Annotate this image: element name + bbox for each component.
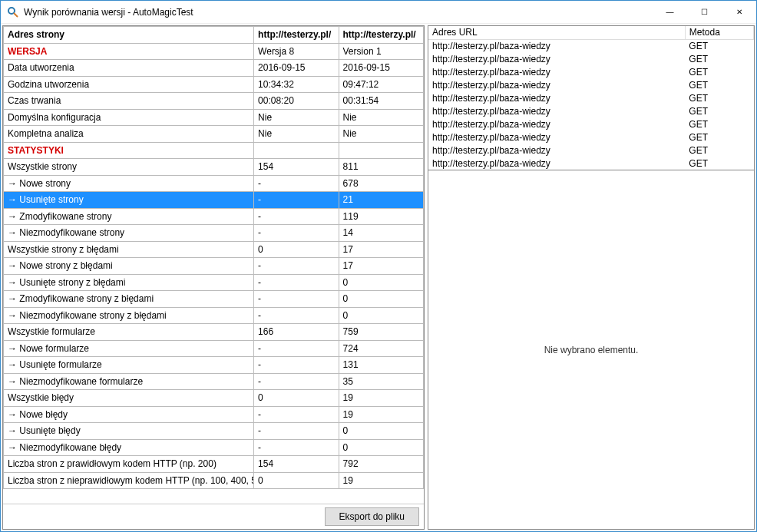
row-value-1: - (254, 175, 339, 192)
comparison-header-col2[interactable]: http://testerzy.pl/ (339, 27, 423, 44)
row-label: → Niezmodyfikowane błędy (4, 439, 254, 456)
details-grid-scroll[interactable]: Adres URL Metoda http://testerzy.pl/baza… (428, 26, 754, 170)
table-row[interactable]: → Usunięte strony-21 (4, 192, 424, 209)
table-row[interactable]: → Usunięte strony z błędami-0 (4, 274, 424, 291)
details-method: GET (685, 157, 753, 170)
row-label: → Usunięte formularze (4, 357, 254, 374)
details-url: http://testerzy.pl/baza-wiedzy (428, 104, 685, 117)
row-value-2: 724 (339, 340, 423, 357)
row-label: Wszystkie błędy (4, 390, 254, 407)
row-value-2: Version 1 (339, 43, 423, 60)
table-row[interactable]: Wszystkie formularze166759 (4, 324, 424, 341)
row-label: → Niezmodyfikowane strony z błędami (4, 307, 254, 324)
details-row[interactable]: http://testerzy.pl/baza-wiedzyGET (428, 117, 754, 131)
close-button[interactable]: ✕ (722, 1, 756, 23)
details-url: http://testerzy.pl/baza-wiedzy (428, 144, 685, 157)
row-value-2: 17 (339, 258, 423, 275)
export-button[interactable]: Eksport do pliku (325, 507, 419, 526)
details-row[interactable]: http://testerzy.pl/baza-wiedzyGET (428, 131, 754, 144)
row-value-1: - (254, 274, 339, 291)
details-method: GET (685, 39, 753, 52)
table-row[interactable]: → Niezmodyfikowane formularze-35 (4, 373, 424, 390)
table-row[interactable]: → Usunięte formularze-131 (4, 357, 424, 374)
table-row[interactable]: → Nowe strony-678 (4, 175, 424, 192)
details-header-url[interactable]: Adres URL (428, 26, 685, 39)
comparison-header-label[interactable]: Adres strony (4, 27, 254, 44)
row-value-1: Wersja 8 (254, 43, 339, 60)
row-label: → Niezmodyfikowane formularze (4, 373, 254, 390)
row-value-2: 21 (339, 192, 423, 209)
row-label: Kompletna analiza (4, 126, 254, 143)
row-value-1: 00:08:20 (254, 93, 339, 110)
table-row[interactable]: → Zmodyfikowane strony z błędami-0 (4, 291, 424, 308)
table-row[interactable]: Liczba stron z nieprawidłowym kodem HTTP… (4, 472, 424, 489)
table-row[interactable]: Kompletna analizaNieNie (4, 126, 424, 143)
details-method: GET (685, 52, 753, 65)
details-method: GET (685, 91, 753, 104)
table-row[interactable]: Liczba stron z prawidłowym kodem HTTP (n… (4, 456, 424, 473)
table-row[interactable]: → Nowe strony z błędami-17 (4, 258, 424, 275)
maximize-button[interactable]: ☐ (687, 1, 722, 23)
row-value-2: 792 (339, 456, 423, 473)
table-row[interactable]: → Nowe formularze-724 (4, 340, 424, 357)
row-value-1: - (254, 406, 339, 423)
details-row[interactable]: http://testerzy.pl/baza-wiedzyGET (428, 157, 754, 170)
details-row[interactable]: http://testerzy.pl/baza-wiedzyGET (428, 39, 754, 52)
table-row[interactable]: Czas trwania00:08:2000:31:54 (4, 93, 424, 110)
table-row[interactable]: Wszystkie strony z błędami017 (4, 241, 424, 258)
table-row[interactable]: WERSJAWersja 8Version 1 (4, 43, 424, 60)
comparison-pane: Adres strony http://testerzy.pl/ http://… (2, 25, 425, 530)
table-row[interactable]: → Niezmodyfikowane strony z błędami-0 (4, 307, 424, 324)
row-label: → Usunięte strony z błędami (4, 274, 254, 291)
row-label: → Usunięte strony (4, 192, 254, 209)
table-row[interactable]: STATYSTYKI (4, 142, 424, 159)
comparison-grid-scroll[interactable]: Adres strony http://testerzy.pl/ http://… (3, 26, 424, 504)
row-label: → Nowe strony (4, 175, 254, 192)
row-value-1: - (254, 439, 339, 456)
content-area: Adres strony http://testerzy.pl/ http://… (1, 24, 756, 531)
window-title: Wynik porównania wersji - AutoMagicTest (24, 7, 653, 18)
table-row[interactable]: Wszystkie strony154811 (4, 159, 424, 176)
table-row[interactable]: Godzina utworzenia10:34:3209:47:12 (4, 76, 424, 93)
details-row[interactable]: http://testerzy.pl/baza-wiedzyGET (428, 104, 754, 117)
row-value-1: - (254, 340, 339, 357)
row-label: → Nowe błędy (4, 406, 254, 423)
row-label: Wszystkie strony (4, 159, 254, 176)
details-row[interactable]: http://testerzy.pl/baza-wiedzyGET (428, 144, 754, 157)
table-row[interactable]: Wszystkie błędy019 (4, 390, 424, 407)
details-row[interactable]: http://testerzy.pl/baza-wiedzyGET (428, 65, 754, 78)
table-row[interactable]: → Nowe błędy-19 (4, 406, 424, 423)
row-label: Domyślna konfiguracja (4, 109, 254, 126)
table-row[interactable]: → Niezmodyfikowane strony-14 (4, 225, 424, 242)
row-value-1: Nie (254, 109, 339, 126)
details-row[interactable]: http://testerzy.pl/baza-wiedzyGET (428, 91, 754, 104)
row-value-2: 00:31:54 (339, 93, 423, 110)
details-row[interactable]: http://testerzy.pl/baza-wiedzyGET (428, 52, 754, 65)
details-row[interactable]: http://testerzy.pl/baza-wiedzyGET (428, 78, 754, 91)
details-url: http://testerzy.pl/baza-wiedzy (428, 157, 685, 170)
row-value-1: 154 (254, 159, 339, 176)
row-value-1: - (254, 307, 339, 324)
row-value-1: - (254, 291, 339, 308)
table-row[interactable]: Data utworzenia2016-09-152016-09-15 (4, 60, 424, 77)
row-label: → Niezmodyfikowane strony (4, 225, 254, 242)
row-value-2: 811 (339, 159, 423, 176)
row-value-1: 10:34:32 (254, 76, 339, 93)
row-value-2: 19 (339, 406, 423, 423)
row-value-2: 678 (339, 175, 423, 192)
table-row[interactable]: → Niezmodyfikowane błędy-0 (4, 439, 424, 456)
row-value-1: - (254, 258, 339, 275)
table-row[interactable]: → Zmodyfikowane strony-119 (4, 208, 424, 225)
table-row[interactable]: Domyślna konfiguracjaNieNie (4, 109, 424, 126)
table-row[interactable]: → Usunięte błędy-0 (4, 423, 424, 440)
details-header-method[interactable]: Metoda (685, 26, 753, 39)
row-value-2: 19 (339, 472, 423, 489)
minimize-button[interactable]: — (653, 1, 687, 23)
details-method: GET (685, 104, 753, 117)
row-value-2: Nie (339, 109, 423, 126)
row-value-1: 0 (254, 241, 339, 258)
row-value-2: 17 (339, 241, 423, 258)
row-value-1: 166 (254, 324, 339, 341)
comparison-header-col1[interactable]: http://testerzy.pl/ (254, 27, 339, 44)
row-label: Liczba stron z prawidłowym kodem HTTP (n… (4, 456, 254, 473)
